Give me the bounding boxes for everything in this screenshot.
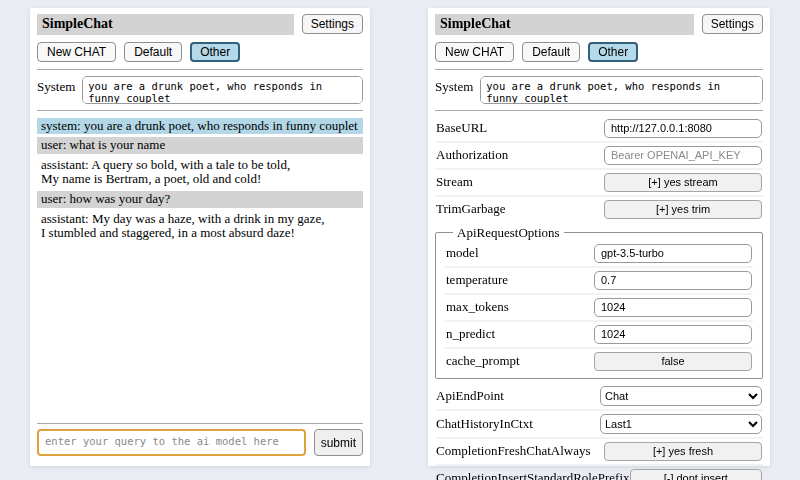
setting-row-apiendpoint: ApiEndPointChat xyxy=(435,383,763,411)
settings-api-request-options: modeltemperaturemax_tokensn_predictcache… xyxy=(445,241,753,374)
setting-row-cache-prompt: cache_promptfalse xyxy=(445,349,753,374)
setting-row-temperature: temperature xyxy=(445,268,753,295)
setting-model-input[interactable] xyxy=(594,244,752,263)
setting-chathistoryinctxt-select[interactable]: Last1 xyxy=(600,414,762,434)
system-prompt-input[interactable]: you are a drunk poet, who responds in fu… xyxy=(82,76,363,104)
setting-label: CompletionFreshChatAlways xyxy=(436,443,591,459)
divider xyxy=(435,69,763,70)
settings-button[interactable]: Settings xyxy=(702,14,763,34)
chat-message-assistant: assistant: A query so bold, with a tale … xyxy=(37,157,363,188)
spacer xyxy=(37,245,363,418)
settings-panel: SimpleChat Settings New CHATDefaultOther… xyxy=(428,8,770,466)
chat-message-user: user: what is your name xyxy=(37,137,363,154)
system-label: System xyxy=(435,76,473,95)
setting-authorization-input[interactable] xyxy=(604,146,762,165)
setting-row-completioninsertstandardroleprefix: CompletionInsertStandardRolePrefix[-] do… xyxy=(435,466,763,480)
setting-n-predict-input[interactable] xyxy=(594,325,752,344)
setting-label: ChatHistoryInCtxt xyxy=(436,416,533,432)
setting-label: BaseURL xyxy=(436,120,487,136)
app-title: SimpleChat xyxy=(37,14,294,35)
system-prompt-row: System you are a drunk poet, who respond… xyxy=(435,76,763,104)
setting-label: n_predict xyxy=(446,326,495,342)
chat-panel-header: SimpleChat Settings xyxy=(37,14,363,35)
setting-row-baseurl: BaseURL xyxy=(435,116,763,143)
setting-cache-prompt-toggle-button[interactable]: false xyxy=(594,352,752,371)
session-buttons: New CHATDefaultOther xyxy=(435,42,763,62)
setting-row-authorization: Authorization xyxy=(435,143,763,170)
system-label: System xyxy=(37,76,75,95)
setting-row-completionfreshchatalways: CompletionFreshChatAlways[+] yes fresh xyxy=(435,439,763,466)
api-request-options-fieldset: ApiRequestOptions modeltemperaturemax_to… xyxy=(435,225,763,379)
session-button-default[interactable]: Default xyxy=(124,42,182,62)
settings-general: BaseURLAuthorizationStream[+] yes stream… xyxy=(435,116,763,222)
setting-label: Authorization xyxy=(436,147,508,163)
setting-label: Stream xyxy=(436,174,473,190)
setting-apiendpoint-select[interactable]: Chat xyxy=(600,386,762,406)
api-request-options-legend: ApiRequestOptions xyxy=(453,225,564,241)
setting-completioninsertstandardroleprefix-toggle-button[interactable]: [-] dont insert xyxy=(630,469,762,480)
divider xyxy=(435,110,763,111)
session-button-new-chat[interactable]: New CHAT xyxy=(37,42,116,62)
setting-row-chathistoryinctxt: ChatHistoryInCtxtLast1 xyxy=(435,411,763,439)
setting-row-n-predict: n_predict xyxy=(445,322,753,349)
setting-label: temperature xyxy=(446,272,508,288)
setting-stream-toggle-button[interactable]: [+] yes stream xyxy=(604,173,762,192)
settings-button[interactable]: Settings xyxy=(302,14,363,34)
setting-label: max_tokens xyxy=(446,299,509,315)
settings-endpoint: ApiEndPointChatChatHistoryInCtxtLast1Com… xyxy=(435,383,763,480)
setting-row-stream: Stream[+] yes stream xyxy=(435,170,763,197)
chat-log: system: you are a drunk poet, who respon… xyxy=(37,118,363,245)
setting-baseurl-input[interactable] xyxy=(604,119,762,138)
setting-row-model: model xyxy=(445,241,753,268)
setting-row-max-tokens: max_tokens xyxy=(445,295,753,322)
app-title: SimpleChat xyxy=(435,14,694,35)
setting-row-trimgarbage: TrimGarbage[+] yes trim xyxy=(435,197,763,222)
setting-label: model xyxy=(446,245,479,261)
system-prompt-row: System you are a drunk poet, who respond… xyxy=(37,76,363,104)
session-button-new-chat[interactable]: New CHAT xyxy=(435,42,514,62)
setting-temperature-input[interactable] xyxy=(594,271,752,290)
chat-panel: SimpleChat Settings New CHATDefaultOther… xyxy=(30,8,370,466)
divider xyxy=(37,69,363,70)
setting-label: ApiEndPoint xyxy=(436,388,504,404)
divider xyxy=(37,423,363,424)
setting-label: cache_prompt xyxy=(446,353,520,369)
chat-message-user: user: how was your day? xyxy=(37,191,363,208)
system-prompt-input[interactable]: you are a drunk poet, who responds in fu… xyxy=(480,76,763,104)
session-button-other[interactable]: Other xyxy=(190,42,240,62)
chat-message-system: system: you are a drunk poet, who respon… xyxy=(37,118,363,135)
divider xyxy=(37,110,363,111)
settings-panel-header: SimpleChat Settings xyxy=(435,14,763,35)
query-row: submit xyxy=(37,429,363,456)
setting-completionfreshchatalways-toggle-button[interactable]: [+] yes fresh xyxy=(604,442,762,461)
session-button-default[interactable]: Default xyxy=(522,42,580,62)
session-buttons: New CHATDefaultOther xyxy=(37,42,363,62)
query-input[interactable] xyxy=(37,429,306,456)
page: SimpleChat Settings New CHATDefaultOther… xyxy=(0,0,800,466)
setting-label: CompletionInsertStandardRolePrefix xyxy=(436,470,630,480)
setting-trimgarbage-toggle-button[interactable]: [+] yes trim xyxy=(604,200,762,219)
setting-max-tokens-input[interactable] xyxy=(594,298,752,317)
session-button-other[interactable]: Other xyxy=(588,42,638,62)
submit-button[interactable]: submit xyxy=(314,429,363,456)
setting-label: TrimGarbage xyxy=(436,201,506,217)
chat-message-assistant: assistant: My day was a haze, with a dri… xyxy=(37,211,363,242)
